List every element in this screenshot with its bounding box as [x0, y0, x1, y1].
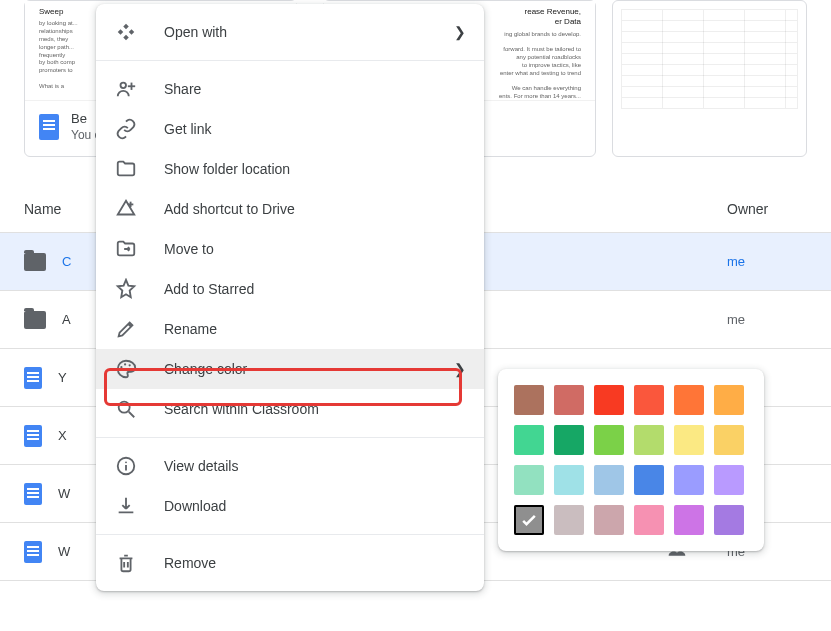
- color-swatch[interactable]: [674, 505, 704, 535]
- color-swatch[interactable]: [554, 465, 584, 495]
- svg-marker-4: [129, 29, 135, 35]
- suggested-card[interactable]: [612, 0, 807, 157]
- color-swatch[interactable]: [594, 425, 624, 455]
- menu-label: Share: [164, 81, 201, 97]
- menu-label: View details: [164, 458, 238, 474]
- rename-icon: [114, 317, 138, 341]
- folder-icon: [24, 253, 46, 271]
- menu-open-with[interactable]: Open with ❯: [96, 12, 484, 52]
- color-swatch[interactable]: [674, 425, 704, 455]
- color-swatch[interactable]: [554, 425, 584, 455]
- link-icon: [114, 117, 138, 141]
- menu-label: Search within Classroom: [164, 401, 319, 417]
- menu-view-details[interactable]: View details: [96, 446, 484, 486]
- menu-search-classroom[interactable]: Search within Classroom: [96, 389, 484, 429]
- menu-label: Get link: [164, 121, 211, 137]
- svg-point-12: [124, 363, 126, 365]
- docs-icon: [24, 541, 42, 563]
- menu-label: Move to: [164, 241, 214, 257]
- color-swatch[interactable]: [674, 465, 704, 495]
- color-swatch[interactable]: [714, 385, 744, 415]
- star-icon: [114, 277, 138, 301]
- color-swatch[interactable]: [714, 425, 744, 455]
- svg-marker-2: [123, 24, 129, 30]
- color-swatch[interactable]: [714, 465, 744, 495]
- search-icon: [114, 397, 138, 421]
- menu-move-to[interactable]: Move to: [96, 229, 484, 269]
- color-swatch[interactable]: [634, 465, 664, 495]
- color-swatch[interactable]: [634, 425, 664, 455]
- menu-change-color[interactable]: Change color ❯: [96, 349, 484, 389]
- svg-point-18: [125, 461, 127, 463]
- svg-point-14: [119, 402, 130, 413]
- color-swatch[interactable]: [594, 465, 624, 495]
- context-menu: Open with ❯ Share Get link Show folder l…: [96, 4, 484, 591]
- color-swatch[interactable]: [554, 385, 584, 415]
- menu-get-link[interactable]: Get link: [96, 109, 484, 149]
- menu-label: Show folder location: [164, 161, 290, 177]
- menu-show-folder[interactable]: Show folder location: [96, 149, 484, 189]
- menu-label: Remove: [164, 555, 216, 571]
- svg-point-13: [129, 364, 131, 366]
- info-icon: [114, 454, 138, 478]
- share-icon: [114, 77, 138, 101]
- menu-label: Change color: [164, 361, 247, 377]
- svg-point-6: [121, 83, 127, 89]
- column-owner[interactable]: Owner: [727, 201, 807, 217]
- file-owner: me: [727, 254, 807, 269]
- color-swatch[interactable]: [634, 385, 664, 415]
- menu-remove[interactable]: Remove: [96, 543, 484, 583]
- card-thumbnail: [621, 9, 798, 109]
- menu-download[interactable]: Download: [96, 486, 484, 526]
- svg-marker-3: [118, 29, 124, 35]
- menu-label: Rename: [164, 321, 217, 337]
- color-swatch[interactable]: [634, 505, 664, 535]
- menu-separator: [96, 534, 484, 535]
- menu-share[interactable]: Share: [96, 69, 484, 109]
- menu-rename[interactable]: Rename: [96, 309, 484, 349]
- menu-add-starred[interactable]: Add to Starred: [96, 269, 484, 309]
- file-name-label: W: [58, 544, 70, 559]
- docs-icon: [39, 114, 59, 140]
- color-swatch[interactable]: [514, 505, 544, 535]
- download-icon: [114, 494, 138, 518]
- svg-line-15: [129, 412, 135, 418]
- color-swatch[interactable]: [594, 385, 624, 415]
- docs-icon: [24, 483, 42, 505]
- file-name-label: A: [62, 312, 71, 327]
- file-owner: me: [727, 312, 807, 327]
- color-picker: [498, 369, 764, 551]
- open-with-icon: [114, 20, 138, 44]
- menu-label: Open with: [164, 24, 227, 40]
- menu-label: Add shortcut to Drive: [164, 201, 295, 217]
- menu-label: Download: [164, 498, 226, 514]
- file-name-label: Y: [58, 370, 67, 385]
- shortcut-icon: [114, 197, 138, 221]
- menu-separator: [96, 60, 484, 61]
- color-swatch[interactable]: [514, 465, 544, 495]
- menu-separator: [96, 437, 484, 438]
- svg-marker-5: [123, 35, 129, 41]
- color-swatch[interactable]: [674, 385, 704, 415]
- color-swatch[interactable]: [714, 505, 744, 535]
- color-swatch[interactable]: [514, 385, 544, 415]
- trash-icon: [114, 551, 138, 575]
- move-icon: [114, 237, 138, 261]
- chevron-right-icon: ❯: [454, 24, 466, 40]
- file-name-label: W: [58, 486, 70, 501]
- docs-icon: [24, 367, 42, 389]
- folder-icon: [24, 311, 46, 329]
- color-swatch[interactable]: [594, 505, 624, 535]
- palette-icon: [114, 357, 138, 381]
- chevron-right-icon: ❯: [454, 361, 466, 377]
- folder-icon: [114, 157, 138, 181]
- color-swatch[interactable]: [554, 505, 584, 535]
- docs-icon: [24, 425, 42, 447]
- menu-add-shortcut[interactable]: Add shortcut to Drive: [96, 189, 484, 229]
- color-swatch[interactable]: [514, 425, 544, 455]
- menu-label: Add to Starred: [164, 281, 254, 297]
- file-name-label: C: [62, 254, 71, 269]
- file-name-label: X: [58, 428, 67, 443]
- svg-point-11: [120, 366, 122, 368]
